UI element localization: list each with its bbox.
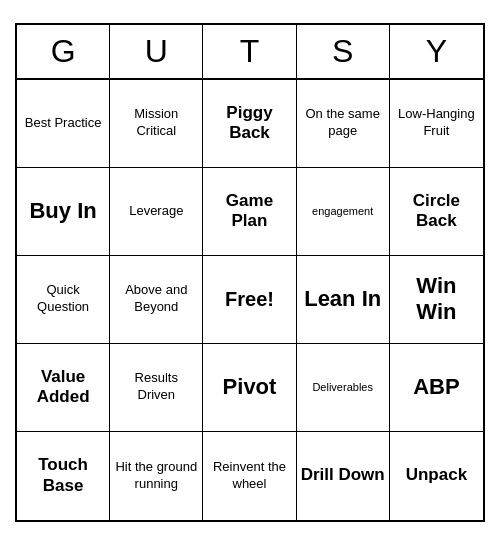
header-cell-u: U: [110, 25, 203, 78]
cell-text-10: Quick Question: [21, 282, 105, 316]
bingo-cell-3[interactable]: On the same page: [297, 80, 390, 168]
bingo-cell-5[interactable]: Buy In: [17, 168, 110, 256]
cell-text-5: Buy In: [29, 198, 96, 224]
bingo-cell-9[interactable]: Circle Back: [390, 168, 483, 256]
bingo-grid: Best PracticeMission CriticalPiggy BackO…: [17, 80, 483, 520]
bingo-card: GUTSY Best PracticeMission CriticalPiggy…: [15, 23, 485, 522]
cell-text-21: Hit the ground running: [114, 459, 198, 493]
header-cell-y: Y: [390, 25, 483, 78]
bingo-cell-7[interactable]: Game Plan: [203, 168, 296, 256]
bingo-cell-23[interactable]: Drill Down: [297, 432, 390, 520]
cell-text-14: Win Win: [394, 273, 479, 326]
bingo-cell-17[interactable]: Pivot: [203, 344, 296, 432]
bingo-cell-15[interactable]: Value Added: [17, 344, 110, 432]
header-cell-t: T: [203, 25, 296, 78]
bingo-cell-11[interactable]: Above and Beyond: [110, 256, 203, 344]
bingo-cell-8[interactable]: engagement: [297, 168, 390, 256]
cell-text-6: Leverage: [129, 203, 183, 220]
cell-text-12: Free!: [225, 286, 274, 312]
bingo-cell-24[interactable]: Unpack: [390, 432, 483, 520]
cell-text-0: Best Practice: [25, 115, 102, 132]
cell-text-1: Mission Critical: [114, 106, 198, 140]
cell-text-7: Game Plan: [207, 191, 291, 232]
bingo-cell-4[interactable]: Low-Hanging Fruit: [390, 80, 483, 168]
cell-text-4: Low-Hanging Fruit: [394, 106, 479, 140]
cell-text-23: Drill Down: [301, 465, 385, 485]
cell-text-18: Deliverables: [312, 380, 373, 394]
cell-text-15: Value Added: [21, 367, 105, 408]
bingo-cell-1[interactable]: Mission Critical: [110, 80, 203, 168]
bingo-cell-6[interactable]: Leverage: [110, 168, 203, 256]
bingo-cell-10[interactable]: Quick Question: [17, 256, 110, 344]
cell-text-17: Pivot: [223, 374, 277, 400]
header-cell-s: S: [297, 25, 390, 78]
cell-text-2: Piggy Back: [207, 103, 291, 144]
cell-text-8: engagement: [312, 204, 373, 218]
bingo-cell-14[interactable]: Win Win: [390, 256, 483, 344]
bingo-cell-22[interactable]: Reinvent the wheel: [203, 432, 296, 520]
bingo-cell-2[interactable]: Piggy Back: [203, 80, 296, 168]
bingo-cell-18[interactable]: Deliverables: [297, 344, 390, 432]
bingo-cell-19[interactable]: ABP: [390, 344, 483, 432]
cell-text-3: On the same page: [301, 106, 385, 140]
bingo-cell-16[interactable]: Results Driven: [110, 344, 203, 432]
bingo-cell-12[interactable]: Free!: [203, 256, 296, 344]
cell-text-9: Circle Back: [394, 191, 479, 232]
bingo-cell-13[interactable]: Lean In: [297, 256, 390, 344]
header-row: GUTSY: [17, 25, 483, 80]
bingo-cell-21[interactable]: Hit the ground running: [110, 432, 203, 520]
cell-text-16: Results Driven: [114, 370, 198, 404]
cell-text-22: Reinvent the wheel: [207, 459, 291, 493]
bingo-cell-0[interactable]: Best Practice: [17, 80, 110, 168]
cell-text-20: Touch Base: [21, 455, 105, 496]
cell-text-19: ABP: [413, 374, 459, 400]
cell-text-11: Above and Beyond: [114, 282, 198, 316]
cell-text-13: Lean In: [304, 286, 381, 312]
bingo-cell-20[interactable]: Touch Base: [17, 432, 110, 520]
header-cell-g: G: [17, 25, 110, 78]
cell-text-24: Unpack: [406, 465, 467, 485]
